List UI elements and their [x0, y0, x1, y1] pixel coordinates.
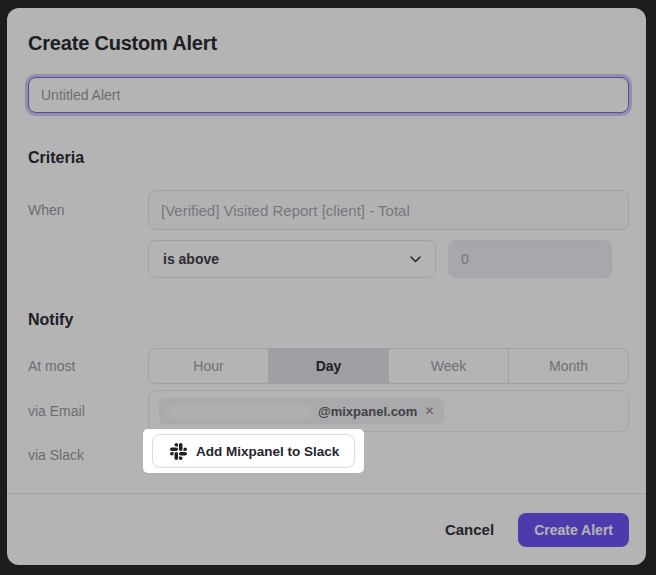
- page-background: Create Custom Alert Criteria When [Verif…: [0, 0, 656, 575]
- slack-spotlight-highlight: Add Mixpanel to Slack: [143, 429, 364, 473]
- slack-button-label: Add Mixpanel to Slack: [196, 444, 339, 459]
- slack-icon: [170, 443, 187, 460]
- add-mixpanel-to-slack-button[interactable]: Add Mixpanel to Slack: [152, 434, 355, 468]
- dim-overlay: [0, 0, 656, 575]
